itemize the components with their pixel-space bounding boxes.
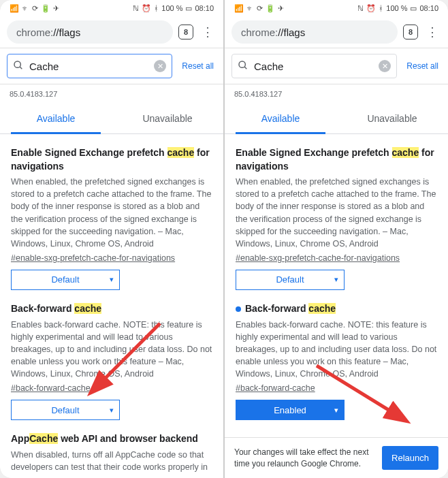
- tab-unavailable[interactable]: Unavailable: [112, 103, 223, 133]
- svg-point-0: [14, 61, 20, 67]
- flag-hash[interactable]: #enable-sxg-prefetch-cache-for-navigatio…: [11, 253, 175, 263]
- search-input[interactable]: Cache ✕: [7, 54, 172, 78]
- phone-right: 📶 ᯤ ⟳ 🔋 ✈ ℕ ⏰ ᚼ 100 % ▭ 08:10 chrome://f…: [225, 0, 448, 478]
- flag-hash[interactable]: #enable-sxg-prefetch-cache-for-navigatio…: [236, 253, 400, 263]
- flag-hash[interactable]: #back-forward-cache: [236, 383, 315, 393]
- flag-sxg-prefetch: Enable Signed Exchange prefetch cache fo…: [11, 146, 212, 290]
- flag-sxg-prefetch: Enable Signed Exchange prefetch cache fo…: [236, 146, 437, 290]
- flag-desc: Enables back-forward cache. NOTE: this f…: [11, 319, 212, 381]
- flag-select-bfcache[interactable]: Default: [11, 400, 120, 420]
- svg-line-1: [20, 67, 22, 69]
- clear-search-icon[interactable]: ✕: [379, 60, 391, 72]
- sync-icon: ⟳: [32, 4, 38, 13]
- svg-point-3: [239, 61, 245, 67]
- wifi-icon: ᯤ: [246, 4, 254, 12]
- reset-all-button[interactable]: Reset all: [179, 59, 217, 74]
- version-text: 85.0.4183.127: [0, 84, 223, 99]
- flag-desc: When disabled, turns off all AppCache co…: [11, 449, 212, 473]
- battery-pct: 100 %: [161, 4, 182, 12]
- search-query: Cache: [254, 61, 379, 72]
- clear-search-icon[interactable]: ✕: [154, 60, 166, 72]
- battery-bar-icon: ▭: [410, 4, 417, 13]
- search-icon: [238, 60, 249, 73]
- signal-icon: 📶: [10, 4, 19, 13]
- url-bar[interactable]: chrome://flags: [7, 20, 173, 44]
- clock: 08:10: [419, 4, 438, 12]
- flag-select-sxg[interactable]: Default: [11, 270, 120, 290]
- flag-hash[interactable]: #back-forward-cache: [11, 383, 91, 393]
- flag-desc: When enabled, the prefetched signed exch…: [11, 176, 212, 250]
- changed-dot-icon: [236, 306, 241, 312]
- relaunch-message: Your changes will take effect the next t…: [234, 447, 375, 470]
- tab-count-button[interactable]: 8: [178, 25, 193, 39]
- reset-all-button[interactable]: Reset all: [404, 59, 441, 74]
- alarm-icon: ⏰: [366, 4, 376, 13]
- alarm-icon: ⏰: [142, 4, 151, 13]
- flag-select-bfcache[interactable]: Enabled: [236, 400, 345, 420]
- tab-available[interactable]: Available: [225, 103, 336, 133]
- url-scheme: chrome:: [241, 27, 278, 38]
- battery-bar-icon: ▭: [185, 4, 192, 13]
- flag-bfcache: Back-forward cache Enables back-forward …: [236, 302, 437, 420]
- url-bar[interactable]: chrome://flags: [231, 20, 398, 44]
- status-bar: 📶 ᯤ ⟳ 🔋 ✈ ℕ ⏰ ᚼ 100 % ▭ 08:10: [0, 0, 223, 16]
- relaunch-button[interactable]: Relaunch: [382, 446, 438, 470]
- url-path: //flags: [53, 27, 80, 38]
- signal-icon: 📶: [234, 4, 244, 13]
- url-scheme: chrome:: [16, 27, 53, 38]
- tab-unavailable[interactable]: Unavailable: [336, 103, 448, 133]
- bluetooth-icon: ᚼ: [154, 4, 159, 12]
- telegram-icon: ✈: [53, 4, 59, 13]
- flag-appcache: AppCache web API and browser backend Whe…: [11, 432, 212, 473]
- bluetooth-icon: ᚼ: [379, 4, 383, 12]
- tab-count-button[interactable]: 8: [403, 25, 418, 39]
- search-query: Cache: [29, 61, 154, 72]
- battery-pct: 100 %: [386, 4, 407, 12]
- search-icon: [13, 60, 24, 73]
- status-bar: 📶 ᯤ ⟳ 🔋 ✈ ℕ ⏰ ᚼ 100 % ▭ 08:10: [225, 0, 448, 16]
- flag-desc: Enables back-forward cache. NOTE: this f…: [236, 319, 437, 381]
- version-text: 85.0.4183.127: [225, 84, 448, 99]
- wifi-icon: ᯤ: [22, 4, 29, 12]
- relaunch-bar: Your changes will take effect the next t…: [225, 437, 448, 478]
- url-path: //flags: [278, 27, 305, 38]
- nfc-icon: ℕ: [357, 4, 364, 13]
- search-input[interactable]: Cache ✕: [231, 54, 397, 78]
- flag-bfcache: Back-forward cache Enables back-forward …: [11, 302, 212, 420]
- battery-icon: 🔋: [266, 4, 275, 13]
- telegram-icon: ✈: [278, 4, 284, 13]
- phone-left: 📶 ᯤ ⟳ 🔋 ✈ ℕ ⏰ ᚼ 100 % ▭ 08:10 chrome://f…: [0, 0, 223, 478]
- svg-line-4: [244, 67, 246, 69]
- flag-select-sxg[interactable]: Default: [236, 270, 345, 290]
- sync-icon: ⟳: [257, 4, 263, 13]
- tab-available[interactable]: Available: [0, 103, 112, 133]
- battery-icon: 🔋: [41, 4, 50, 13]
- menu-dots-icon[interactable]: ⋮: [423, 25, 441, 39]
- flag-desc: When enabled, the prefetched signed exch…: [236, 176, 437, 250]
- menu-dots-icon[interactable]: ⋮: [199, 25, 217, 39]
- clock: 08:10: [195, 4, 214, 12]
- nfc-icon: ℕ: [133, 4, 139, 13]
